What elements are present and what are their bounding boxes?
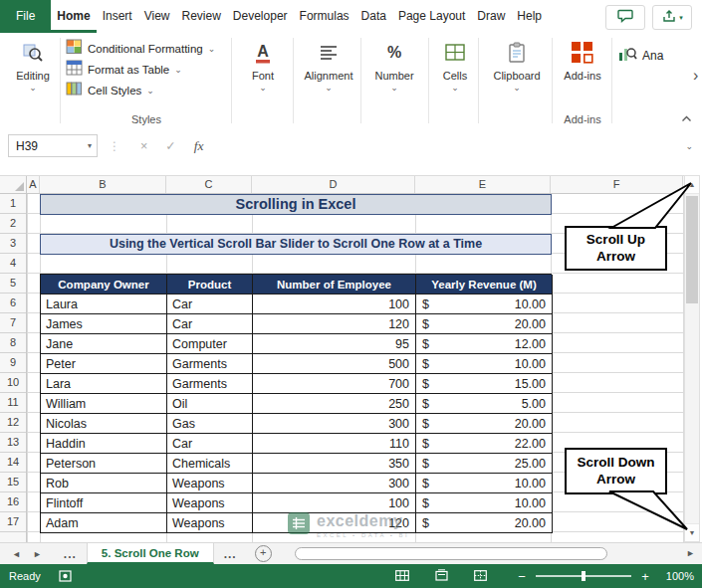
cell-company-owner[interactable]: William <box>41 394 167 414</box>
row-header-10[interactable]: 10 <box>0 373 26 393</box>
analyze-data-button[interactable]: Ana <box>617 45 663 66</box>
row-header-6[interactable]: 6 <box>0 294 26 313</box>
row-header-13[interactable]: 13 <box>0 433 26 453</box>
ribbon-more-chevron[interactable]: › <box>693 67 698 85</box>
styles-button-cell-styles[interactable]: Cell Styles⌄ <box>64 80 229 100</box>
ribbon-tab-draw[interactable]: Draw <box>471 0 511 33</box>
cell-product[interactable]: Computer <box>167 334 253 354</box>
cell-company-owner[interactable]: Laura <box>41 294 167 314</box>
ribbon-tab-help[interactable]: Help <box>511 0 548 33</box>
share-button[interactable]: ▾ <box>652 5 692 30</box>
column-header-E[interactable]: E <box>415 176 551 193</box>
horizontal-scrollbar-thumb[interactable] <box>295 547 607 560</box>
ribbon-tab-data[interactable]: Data <box>355 0 392 33</box>
cell-employees[interactable]: 120 <box>253 513 416 533</box>
cell-revenue[interactable]: $10.00 <box>416 294 553 314</box>
cell-revenue[interactable]: $22.00 <box>416 434 553 454</box>
scroll-up-callout[interactable]: Scroll Up Arrow <box>565 226 667 271</box>
ribbon-group-font[interactable]: AFont⌄ <box>235 38 291 125</box>
cell-employees[interactable]: 95 <box>253 334 416 354</box>
sheet-nav-right-icon[interactable]: ► <box>33 549 42 559</box>
cell-company-owner[interactable]: Peterson <box>41 454 167 474</box>
cell-employees[interactable]: 250 <box>253 394 416 414</box>
enter-button[interactable]: ✓ <box>165 138 175 153</box>
ribbon-group-editing[interactable]: Editing ⌄ <box>8 38 58 125</box>
column-header-A[interactable]: A <box>27 176 40 193</box>
row-header-15[interactable]: 15 <box>0 473 26 492</box>
zoom-in-button[interactable]: + <box>638 569 652 584</box>
row-header-7[interactable]: 7 <box>0 313 26 333</box>
formula-input[interactable] <box>213 134 686 157</box>
styles-button-format-as-table[interactable]: Format as Table⌄ <box>64 59 229 80</box>
cell-employees[interactable]: 700 <box>253 374 416 394</box>
zoom-slider-thumb[interactable] <box>582 571 585 581</box>
cell-product[interactable]: Weapons <box>167 474 253 493</box>
sheet-nav-left-icon[interactable]: ◄ <box>12 549 21 559</box>
ribbon-tab-view[interactable]: View <box>138 0 176 33</box>
ribbon-tab-insert[interactable]: Insert <box>97 0 138 33</box>
row-header-16[interactable]: 16 <box>0 492 26 512</box>
hidden-sheets-right[interactable]: ... <box>214 547 247 561</box>
scroll-down-arrow-button[interactable]: ▼ <box>685 523 699 541</box>
cell-product[interactable]: Weapons <box>167 493 253 513</box>
title-banner-cell[interactable]: Scrolling in Excel <box>40 194 552 215</box>
column-header-C[interactable]: C <box>166 176 252 193</box>
cell-employees[interactable]: 300 <box>253 474 416 493</box>
new-sheet-button[interactable]: + <box>255 545 272 562</box>
macro-record-icon[interactable] <box>59 570 72 582</box>
cell-company-owner[interactable]: Haddin <box>41 434 167 454</box>
cell-employees[interactable]: 300 <box>253 414 416 434</box>
ribbon-group-number[interactable]: %Number⌄ <box>364 38 424 125</box>
column-header-D[interactable]: D <box>252 176 415 193</box>
cell-product[interactable]: Weapons <box>167 513 253 533</box>
cell-product[interactable]: Garments <box>167 354 253 374</box>
row-header-17[interactable]: 17 <box>0 512 26 532</box>
row-header-8[interactable]: 8 <box>0 333 26 353</box>
cell-revenue[interactable]: $12.00 <box>416 334 553 354</box>
ribbon-tab-file[interactable]: File <box>0 0 51 33</box>
cell-company-owner[interactable]: Lara <box>41 374 167 394</box>
cell-company-owner[interactable]: Nicolas <box>41 414 167 434</box>
column-header-F[interactable]: F <box>551 176 683 193</box>
cell-product[interactable]: Gas <box>167 414 253 434</box>
cell-product[interactable]: Car <box>167 294 253 314</box>
table-header-cell[interactable]: Company Owner <box>41 275 167 294</box>
row-header-3[interactable]: 3 <box>0 234 26 254</box>
cell-employees[interactable]: 110 <box>253 434 416 454</box>
zoom-slider[interactable] <box>536 575 631 577</box>
row-header-5[interactable]: 5 <box>0 274 26 294</box>
cell-revenue[interactable]: $25.00 <box>416 454 553 474</box>
cell-product[interactable]: Chemicals <box>167 454 253 474</box>
cell-revenue[interactable]: $20.00 <box>416 414 553 434</box>
scroll-up-arrow-button[interactable]: ▲ <box>685 176 699 194</box>
cell-product[interactable]: Car <box>167 434 253 454</box>
cell-company-owner[interactable]: Rob <box>41 474 167 493</box>
column-header-B[interactable]: B <box>40 176 166 193</box>
zoom-out-button[interactable]: − <box>515 569 529 584</box>
cancel-button[interactable]: × <box>140 139 147 153</box>
ribbon-group-cells[interactable]: Cells⌄ <box>432 38 478 125</box>
ribbon-group-add-ins[interactable]: Add-ins <box>554 38 611 82</box>
cell-employees[interactable]: 350 <box>253 454 416 474</box>
active-sheet-tab[interactable]: 5. Scroll One Row <box>87 543 214 564</box>
vertical-scrollbar[interactable]: ▲ ▼ <box>684 175 700 542</box>
styles-button-conditional-formatting[interactable]: Conditional Formatting⌄ <box>64 38 229 59</box>
cell-revenue[interactable]: $10.00 <box>416 354 553 374</box>
cell-product[interactable]: Garments <box>167 374 253 394</box>
row-header-1[interactable]: 1 <box>0 194 26 214</box>
row-header-14[interactable]: 14 <box>0 453 26 473</box>
cell-company-owner[interactable]: Peter <box>41 354 167 374</box>
cell-revenue[interactable]: $10.00 <box>416 474 553 493</box>
ribbon-tab-review[interactable]: Review <box>176 0 227 33</box>
row-header-9[interactable]: 9 <box>0 353 26 373</box>
row-header-11[interactable]: 11 <box>0 393 26 413</box>
expand-formula-bar-icon[interactable]: ⌄ <box>685 141 693 151</box>
page-layout-view-icon[interactable] <box>435 569 448 583</box>
cell-company-owner[interactable]: James <box>41 314 167 334</box>
row-header-12[interactable]: 12 <box>0 413 26 433</box>
ribbon-tab-formulas[interactable]: Formulas <box>294 0 355 33</box>
table-header-cell[interactable]: Number of Employee <box>253 275 416 294</box>
cell-company-owner[interactable]: Jane <box>41 334 167 354</box>
normal-view-icon[interactable] <box>395 570 409 583</box>
page-break-view-icon[interactable] <box>474 570 487 583</box>
